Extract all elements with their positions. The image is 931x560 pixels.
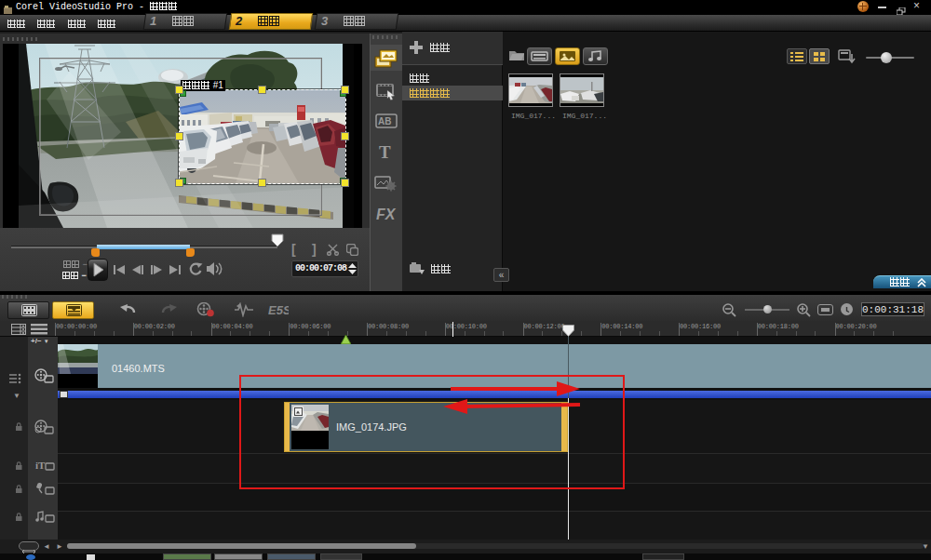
svg-text:FX: FX	[376, 207, 397, 222]
svg-text:T: T	[379, 142, 391, 161]
svg-text:AB: AB	[378, 116, 391, 127]
svg-text:E5S: E5S	[268, 303, 289, 317]
